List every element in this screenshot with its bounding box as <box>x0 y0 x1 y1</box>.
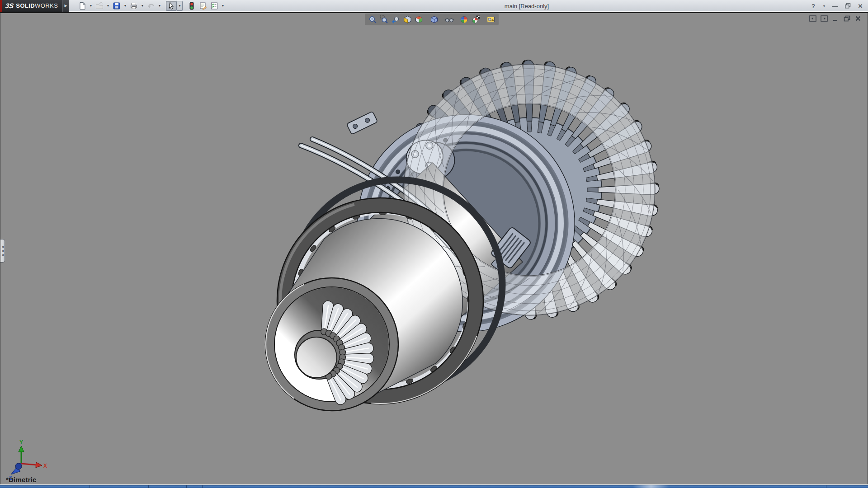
title-bar: 3S SOLIDWORKS ▶ ▼ ▼ ▼ <box>0 0 868 12</box>
brand-red-strip <box>0 0 2 12</box>
apply-scene-button[interactable] <box>471 14 481 24</box>
help-dropdown[interactable]: ▼ <box>822 1 826 10</box>
triad-y-label: Y <box>19 439 23 446</box>
open-document-button[interactable] <box>94 1 105 11</box>
menu-expand-arrow[interactable]: ▶ <box>62 0 69 12</box>
minimize-window-button[interactable]: — <box>831 1 839 10</box>
options-checklist-icon <box>210 2 218 10</box>
printer-icon <box>130 2 138 10</box>
hide-show-items-button[interactable] <box>444 14 454 24</box>
eyeglasses-icon <box>445 15 454 24</box>
options-dropdown[interactable]: ▼ <box>220 1 226 11</box>
window-controls: ? ▼ — ✕ <box>809 0 864 12</box>
appearance-sphere-icon <box>460 15 468 24</box>
view-orientation-cube-icon <box>415 15 423 24</box>
restore-window-button[interactable] <box>844 1 852 10</box>
view-orientation-label: *Dimetric <box>6 476 37 483</box>
expand-panel-icon <box>821 15 828 22</box>
zoom-to-area-button[interactable] <box>379 14 389 24</box>
previous-view-icon <box>392 15 400 24</box>
options-button[interactable] <box>209 1 220 11</box>
scene-sphere-flag-icon <box>472 15 480 24</box>
close-window-button[interactable]: ✕ <box>856 1 864 10</box>
restore-icon <box>845 3 851 9</box>
engine-model[interactable] <box>265 60 659 411</box>
view-settings-button[interactable] <box>486 14 496 24</box>
view-settings-icon <box>486 15 495 24</box>
statusbar-divider <box>826 485 826 488</box>
select-cursor-icon <box>167 2 175 10</box>
expand-feature-panel-button[interactable] <box>820 14 828 23</box>
mount-plate[interactable] <box>347 111 378 134</box>
shaft-hub-face[interactable] <box>296 337 337 378</box>
headsup-view-toolbar <box>365 14 499 25</box>
save-button[interactable] <box>111 1 122 11</box>
statusbar-divider <box>202 485 203 488</box>
status-bar <box>0 484 868 488</box>
statusbar-highlight <box>633 485 669 488</box>
rebuild-button[interactable] <box>186 1 197 11</box>
zoom-to-fit-button[interactable] <box>368 14 377 24</box>
previous-view-button[interactable] <box>391 14 401 24</box>
splitter-arrow-icon: ◀ <box>1 253 4 256</box>
restore-document-button[interactable] <box>843 14 851 23</box>
file-properties-icon <box>199 2 207 10</box>
orientation-triad: Y X Z <box>9 439 47 481</box>
view-orientation-button[interactable] <box>414 14 424 24</box>
minimize-doc-icon <box>832 15 839 22</box>
undo-dropdown[interactable]: ▼ <box>157 1 162 11</box>
save-dropdown[interactable]: ▼ <box>123 1 128 11</box>
save-floppy-icon <box>113 2 121 10</box>
restore-doc-icon <box>844 15 850 22</box>
feature-panel-splitter[interactable]: ◀ ◀ ◀ <box>0 239 5 263</box>
new-document-dropdown[interactable]: ▼ <box>88 1 94 11</box>
brand-3s-glyph: 3S <box>5 2 14 9</box>
print-button[interactable] <box>128 1 139 11</box>
open-document-dropdown[interactable]: ▼ <box>105 1 111 11</box>
collapse-panel-icon <box>809 15 816 22</box>
open-folder-icon <box>95 2 104 10</box>
splitter-arrow-icon: ◀ <box>1 249 4 252</box>
statusbar-divider <box>186 485 187 488</box>
undo-arrow-icon <box>147 2 155 10</box>
undo-button[interactable] <box>146 1 156 11</box>
section-view-button[interactable] <box>402 14 412 24</box>
close-document-button[interactable] <box>854 14 862 23</box>
document-window-controls <box>809 14 862 23</box>
new-document-icon <box>78 2 86 10</box>
section-view-icon <box>403 15 412 24</box>
minimize-document-button[interactable] <box>831 14 840 23</box>
file-properties-button[interactable] <box>198 1 208 11</box>
statusbar-divider <box>90 485 90 488</box>
traffic-light-icon <box>188 2 196 10</box>
collapse-feature-panel-button[interactable] <box>809 14 817 23</box>
new-document-button[interactable] <box>77 1 88 11</box>
app-logo: 3S SOLIDWORKS ▶ <box>0 0 69 12</box>
print-dropdown[interactable]: ▼ <box>140 1 145 11</box>
brand-wordmark: SOLIDWORKS <box>16 2 58 9</box>
statusbar-divider <box>148 485 149 488</box>
splitter-arrow-icon: ◀ <box>1 245 4 248</box>
standard-toolbar: ▼ ▼ ▼ ▼ ▼ <box>69 0 226 12</box>
document-title: main [Read-only] <box>505 0 549 12</box>
help-button[interactable]: ? <box>809 1 817 10</box>
select-tool-button[interactable] <box>166 1 177 11</box>
select-tool-dropdown[interactable]: ▼ <box>177 1 183 11</box>
zoom-to-fit-icon <box>368 15 377 24</box>
display-style-cube-icon <box>430 15 439 24</box>
close-doc-icon <box>855 15 861 22</box>
edit-appearance-button[interactable] <box>459 14 469 24</box>
graphics-viewport[interactable]: Y X Z <box>0 12 868 485</box>
display-style-button[interactable] <box>429 14 439 24</box>
model-canvas[interactable]: Y X Z <box>0 13 868 486</box>
triad-x-label: X <box>43 463 47 469</box>
zoom-to-area-icon <box>380 15 388 24</box>
